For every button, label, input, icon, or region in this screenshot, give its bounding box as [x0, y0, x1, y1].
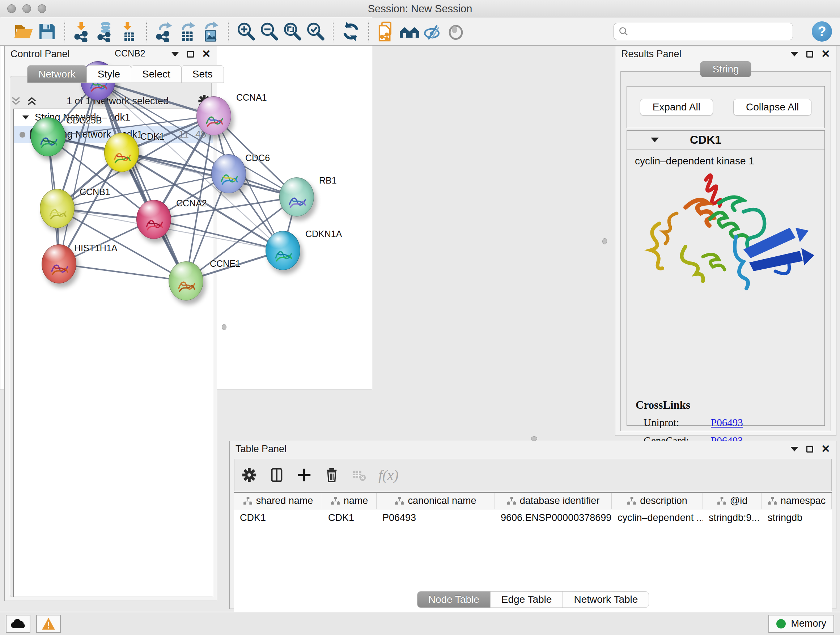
function-builder-icon: f(x) — [378, 467, 399, 484]
splitter-handle[interactable] — [531, 436, 537, 441]
close-panel-icon[interactable]: ✕ — [821, 443, 830, 454]
memory-status-dot — [776, 619, 786, 629]
node-label: CDK1 — [141, 131, 164, 142]
show-panel-button[interactable] — [444, 20, 467, 43]
hide-panel-button[interactable] — [421, 20, 444, 43]
help-button[interactable]: ? — [812, 21, 832, 42]
results-panel: Results Panel ✕ String Expand All Collap… — [615, 46, 836, 436]
tab-network[interactable]: Network — [27, 65, 87, 83]
expand-all-button[interactable]: Expand All — [640, 99, 713, 116]
column-header-label: name — [344, 495, 368, 507]
crosslink-link[interactable]: P06493 — [711, 417, 743, 429]
tab-edge-table[interactable]: Edge Table — [490, 591, 563, 608]
protein-ribbon-thumbnail — [286, 191, 308, 212]
eye-slash-icon — [422, 21, 443, 42]
warnings-button[interactable] — [36, 615, 61, 633]
protein-ribbon-thumbnail — [111, 146, 133, 167]
table-settings-gear-icon[interactable] — [241, 467, 257, 483]
close-panel-icon[interactable]: ✕ — [821, 49, 830, 59]
network-node-ccnb1[interactable] — [40, 189, 74, 228]
splitter-handle[interactable] — [602, 238, 607, 244]
network-node-ccna1[interactable] — [196, 96, 231, 135]
crosslink-row: Uniprot:P06493 — [636, 417, 818, 429]
table-cell[interactable]: CDK1 — [234, 509, 322, 526]
cloud-status-button[interactable] — [6, 615, 30, 633]
warning-icon — [41, 617, 56, 630]
node-label: CCNB1 — [80, 187, 111, 197]
network-canvas[interactable]: CCNB2 CCNA1 CDC25B CDK1 CDC6 RB1 — [0, 0, 371, 369]
network-node-rb1[interactable] — [279, 177, 314, 217]
panel-menu-icon[interactable] — [790, 52, 798, 57]
float-panel-icon[interactable] — [806, 446, 813, 453]
search-input[interactable] — [629, 26, 788, 38]
splitter-handle[interactable] — [222, 324, 226, 330]
column-header-shared-name[interactable]: shared name — [234, 493, 322, 509]
protein-ribbon-thumbnail — [47, 203, 68, 223]
network-edge[interactable] — [59, 264, 186, 281]
network-edge[interactable] — [59, 81, 98, 264]
column-header-label: @id — [730, 495, 747, 507]
protein-ribbon-thumbnail — [204, 110, 225, 131]
search-field — [614, 23, 793, 40]
clone-network-button[interactable] — [375, 20, 398, 43]
column-header-database-identifier[interactable]: database identifier — [495, 493, 612, 509]
column-header-description[interactable]: description — [612, 493, 703, 509]
status-bar: Memory — [0, 612, 840, 635]
memory-button[interactable]: Memory — [768, 615, 834, 633]
tab-network-table[interactable]: Network Table — [562, 591, 649, 608]
column-header-canonical-name[interactable]: canonical name — [377, 493, 495, 509]
network-node-cdc6[interactable] — [211, 154, 246, 193]
collapse-entry-icon[interactable] — [651, 138, 659, 142]
column-header-name[interactable]: name — [322, 493, 377, 509]
expand-collapse-box: Expand All Collapse All — [627, 86, 825, 128]
network-edge[interactable] — [98, 81, 214, 116]
network-node-cdkn1a[interactable] — [265, 231, 300, 270]
table-cell[interactable]: cyclin–dependent ... — [612, 509, 703, 526]
float-panel-icon[interactable] — [806, 51, 813, 57]
home-view-button[interactable] — [398, 20, 421, 43]
node-result-card: CDK1 cyclin–dependent kinase 1 — [627, 130, 825, 426]
table-cell[interactable]: 9606.ENSP00000378699 — [495, 509, 612, 526]
column-type-icon — [717, 496, 726, 506]
network-node-cdc25b[interactable] — [31, 117, 65, 157]
cloud-icon — [10, 618, 26, 630]
node-label: RB1 — [319, 175, 337, 186]
tab-node-table[interactable]: Node Table — [417, 591, 491, 608]
protein-ribbon-thumbnail — [218, 168, 240, 188]
table-toolbar: f(x) — [234, 459, 832, 491]
network-node-ccne1[interactable] — [169, 261, 203, 301]
network-node-cdk1[interactable] — [104, 133, 139, 172]
network-node-hist1h1a[interactable] — [42, 244, 76, 283]
tab-sets[interactable]: Sets — [181, 65, 224, 83]
tab-style[interactable]: Style — [87, 65, 131, 83]
tab-string[interactable]: String — [700, 61, 751, 77]
crosslinks-title: CrossLinks — [636, 399, 818, 412]
protein-ribbon-thumbnail — [49, 258, 70, 279]
network-node-ccna2[interactable] — [136, 200, 171, 239]
delete-table-icon — [351, 467, 368, 483]
table-cell[interactable]: P06493 — [377, 509, 495, 526]
table-cell[interactable]: stringdb:9... — [703, 509, 762, 526]
houses-icon — [399, 21, 420, 42]
table-row[interactable]: CDK1CDK1P064939606.ENSP00000378699cyclin… — [234, 509, 832, 526]
table-cell[interactable]: CDK1 — [322, 509, 377, 526]
column-type-icon — [627, 496, 636, 506]
show-columns-icon[interactable] — [268, 467, 285, 483]
memory-label: Memory — [791, 618, 826, 629]
collapse-all-button[interactable]: Collapse All — [733, 99, 812, 116]
network-edges — [0, 0, 371, 369]
string-results-group: Expand All Collapse All CDK1 cyclin–depe… — [621, 71, 831, 431]
node-result-header[interactable]: CDK1 — [627, 131, 824, 149]
add-column-icon[interactable] — [296, 467, 313, 483]
crosslink-label: Uniprot: — [644, 417, 711, 429]
node-label: CDC25B — [66, 115, 102, 126]
panel-menu-icon[interactable] — [790, 447, 798, 451]
table-cell[interactable]: stringdb — [762, 509, 832, 526]
column-header--id[interactable]: @id — [703, 493, 762, 509]
tab-select[interactable]: Select — [131, 65, 182, 83]
column-header-namespac[interactable]: namespac — [762, 493, 832, 509]
protein-ribbon-thumbnail — [144, 213, 164, 234]
column-header-label: namespac — [781, 495, 826, 507]
column-type-icon — [243, 496, 253, 506]
delete-column-icon[interactable] — [324, 467, 340, 483]
